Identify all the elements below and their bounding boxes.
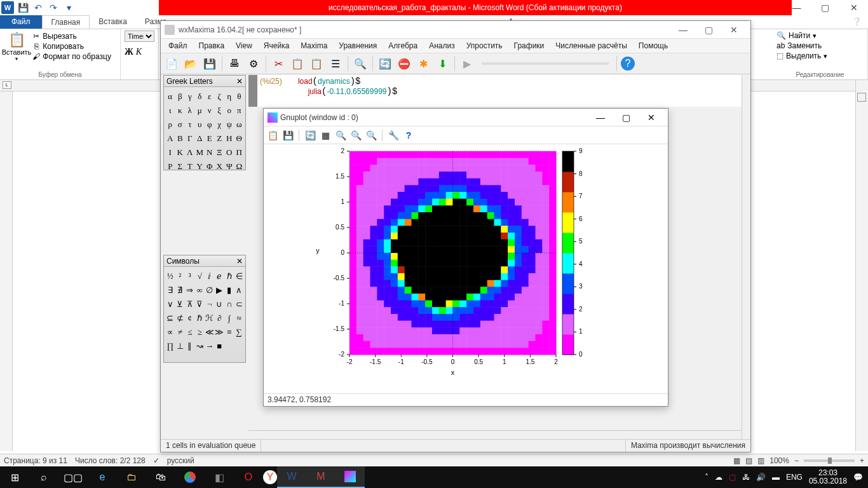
- menu-анализ[interactable]: Анализ: [424, 40, 460, 51]
- greek-letter[interactable]: θ: [234, 90, 245, 104]
- menu-численные расчёты[interactable]: Численные расчёты: [550, 40, 632, 51]
- yandex-icon[interactable]: Y: [263, 470, 277, 484]
- cell-gutter[interactable]: [248, 75, 257, 107]
- task-view-icon[interactable]: ▢▢: [58, 466, 88, 488]
- bold-button[interactable]: Ж: [125, 47, 133, 57]
- ruler-toggle-icon[interactable]: [857, 93, 866, 102]
- symbol[interactable]: ²: [175, 269, 186, 283]
- greek-letter[interactable]: Β: [175, 132, 186, 146]
- symbol[interactable]: ≤: [185, 325, 195, 339]
- symbol[interactable]: ∫: [224, 311, 234, 325]
- symbol[interactable]: ⊽: [195, 297, 205, 311]
- greek-letter[interactable]: λ: [185, 104, 195, 118]
- select-button[interactable]: ⬚Выделить ▾: [776, 51, 864, 61]
- menu-view[interactable]: View: [231, 40, 257, 51]
- greek-letter[interactable]: φ: [205, 118, 215, 132]
- greek-letter[interactable]: ζ: [215, 90, 225, 104]
- greek-letter[interactable]: χ: [215, 118, 225, 132]
- greek-letter[interactable]: ψ: [224, 118, 234, 132]
- maximize-icon[interactable]: ▢: [613, 112, 639, 123]
- restart-icon[interactable]: 🔄: [377, 55, 393, 72]
- symbol[interactable]: ∄: [175, 283, 186, 297]
- page-count[interactable]: Страница: 9 из 11: [4, 456, 67, 465]
- spellcheck-icon[interactable]: ✓: [153, 456, 159, 465]
- greek-letter[interactable]: Ψ: [224, 159, 234, 173]
- symbol[interactable]: ∃: [165, 283, 175, 297]
- replot-icon[interactable]: 🔄: [304, 129, 316, 142]
- italic-button[interactable]: К: [136, 47, 142, 57]
- symbol[interactable]: ∂: [215, 311, 225, 325]
- save-plot-icon[interactable]: 💾: [281, 129, 294, 142]
- greek-letter[interactable]: η: [224, 90, 234, 104]
- opera-icon[interactable]: O: [234, 466, 263, 488]
- autoscale-icon[interactable]: 🔍: [365, 129, 377, 142]
- minimize-icon[interactable]: —: [670, 25, 696, 35]
- help-icon[interactable]: ?: [402, 129, 415, 142]
- tab-file[interactable]: Файл: [0, 15, 42, 29]
- new-icon[interactable]: 📄: [163, 55, 180, 72]
- maxima-taskbar-icon[interactable]: M: [306, 466, 336, 488]
- greek-letter[interactable]: Δ: [195, 132, 205, 146]
- action-center-icon[interactable]: 💬: [853, 473, 863, 482]
- symbol[interactable]: ½: [165, 269, 175, 283]
- cut-icon[interactable]: ✂: [270, 55, 287, 72]
- font-name-select[interactable]: Times New: [125, 30, 154, 42]
- qat-dropdown-icon[interactable]: ▾: [62, 1, 75, 14]
- greek-letter[interactable]: Π: [234, 146, 245, 159]
- greek-letter[interactable]: Η: [224, 132, 234, 146]
- symbol[interactable]: ∈: [234, 269, 245, 283]
- greek-letter[interactable]: Σ: [175, 159, 186, 173]
- greek-letter[interactable]: υ: [195, 118, 205, 132]
- symbol[interactable]: ∏: [165, 339, 175, 353]
- symbol[interactable]: ℯ: [215, 269, 225, 283]
- copy-clipboard-icon[interactable]: 📋: [266, 129, 279, 142]
- greek-letter[interactable]: Χ: [215, 159, 225, 173]
- symbol[interactable]: ↝: [195, 339, 205, 353]
- greek-letter[interactable]: κ: [175, 104, 186, 118]
- symbol[interactable]: ⊂: [234, 297, 245, 311]
- view-read-icon[interactable]: ▤: [745, 456, 752, 465]
- menu-алгебра[interactable]: Алгебра: [383, 40, 423, 51]
- tab-selector[interactable]: L: [3, 81, 11, 89]
- config-icon[interactable]: 🔧: [387, 129, 400, 142]
- paste-button[interactable]: 📋 Вставить ▾: [4, 30, 29, 62]
- greek-letter[interactable]: Ν: [205, 146, 215, 159]
- symbol[interactable]: √: [195, 269, 205, 283]
- panel-close-icon[interactable]: ✕: [236, 77, 243, 85]
- undo-icon[interactable]: ↶: [32, 1, 44, 14]
- symbol[interactable]: ∅: [205, 283, 215, 297]
- symbol[interactable]: ≡: [224, 325, 234, 339]
- symbol[interactable]: ⊆: [165, 311, 175, 325]
- maxima-code-cell[interactable]: (%i25) load(dynamics)$ julia(-0.11,0.655…: [248, 75, 742, 107]
- symbol[interactable]: ≫: [215, 325, 225, 339]
- stop-icon[interactable]: ⛔: [396, 55, 412, 72]
- greek-letter[interactable]: Κ: [175, 146, 186, 159]
- gnuplot-taskbar-icon[interactable]: [336, 466, 365, 488]
- paste-icon[interactable]: 📋: [308, 55, 325, 72]
- explorer-icon[interactable]: 🗀: [117, 466, 146, 488]
- greek-letter[interactable]: Ο: [224, 146, 234, 159]
- greek-letter[interactable]: ε: [205, 90, 215, 104]
- symbol[interactable]: ⊥: [175, 339, 186, 353]
- symbol[interactable]: ∩: [224, 297, 234, 311]
- greek-letter[interactable]: π: [234, 104, 245, 118]
- symbol[interactable]: ⊼: [185, 297, 195, 311]
- select-icon[interactable]: ☰: [327, 55, 344, 72]
- greek-letter[interactable]: Ε: [205, 132, 215, 146]
- menu-maxima[interactable]: Maxima: [295, 40, 332, 51]
- symbol[interactable]: ∧: [234, 283, 245, 297]
- symbol[interactable]: ¢: [185, 311, 195, 325]
- zoom-prev-icon[interactable]: 🔍: [334, 129, 347, 142]
- symbol[interactable]: ∥: [185, 339, 195, 353]
- menu-файл[interactable]: Файл: [163, 40, 193, 51]
- symbol[interactable]: ℏ: [195, 311, 205, 325]
- symbol[interactable]: ≈: [234, 311, 245, 325]
- print-icon[interactable]: 🖶: [226, 55, 243, 72]
- zoom-slider[interactable]: [804, 459, 855, 462]
- minimize-icon[interactable]: —: [782, 0, 811, 15]
- interrupt-icon[interactable]: ✱: [415, 55, 431, 72]
- symbol[interactable]: ≪: [205, 325, 215, 339]
- redo-icon[interactable]: ↷: [47, 1, 60, 14]
- chrome-icon[interactable]: [175, 466, 205, 488]
- symbol[interactable]: ⇒: [185, 283, 195, 297]
